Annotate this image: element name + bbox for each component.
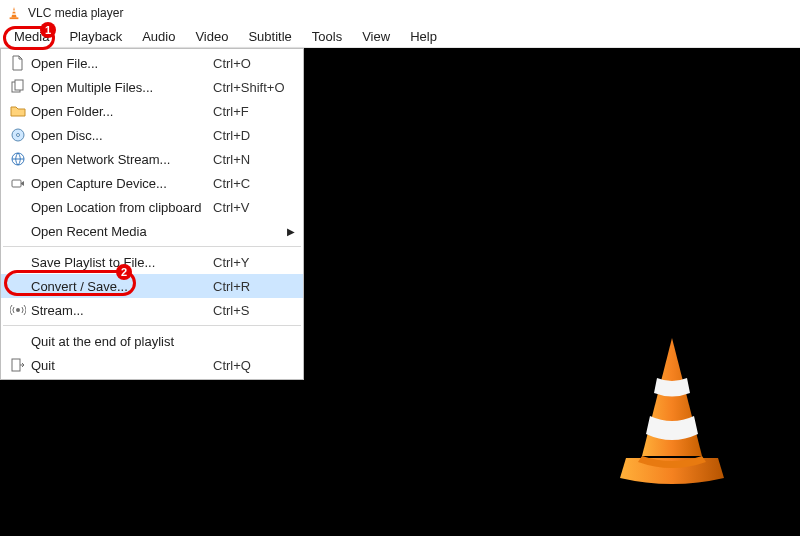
menu-separator xyxy=(3,325,301,326)
menu-view[interactable]: View xyxy=(352,27,400,46)
files-icon xyxy=(7,79,29,95)
menu-item-open-multiple-files[interactable]: Open Multiple Files...Ctrl+Shift+O xyxy=(1,75,303,99)
menu-tools[interactable]: Tools xyxy=(302,27,352,46)
menu-item-label: Open Network Stream... xyxy=(29,152,213,167)
menu-item-open-disc[interactable]: Open Disc...Ctrl+D xyxy=(1,123,303,147)
submenu-arrow-icon: ▶ xyxy=(287,226,295,237)
menu-item-shortcut: Ctrl+F xyxy=(213,104,295,119)
svg-rect-3 xyxy=(10,17,19,19)
svg-rect-1 xyxy=(12,10,16,11)
titlebar: VLC media player xyxy=(0,0,800,26)
capture-icon xyxy=(7,175,29,191)
svg-rect-2 xyxy=(12,13,16,14)
menu-item-convert-save[interactable]: Convert / Save...Ctrl+R xyxy=(1,274,303,298)
menu-help[interactable]: Help xyxy=(400,27,447,46)
window-title: VLC media player xyxy=(28,6,123,20)
menu-item-shortcut: Ctrl+S xyxy=(213,303,295,318)
menu-item-label: Stream... xyxy=(29,303,213,318)
menu-item-shortcut: Ctrl+Q xyxy=(213,358,295,373)
menu-item-open-recent-media[interactable]: Open Recent Media▶ xyxy=(1,219,303,243)
menu-item-label: Open Location from clipboard xyxy=(29,200,213,215)
menu-item-shortcut: Ctrl+O xyxy=(213,56,295,71)
menu-item-shortcut: Ctrl+Shift+O xyxy=(213,80,295,95)
menu-item-label: Open Folder... xyxy=(29,104,213,119)
file-icon xyxy=(7,55,29,71)
stream-icon xyxy=(7,302,29,318)
menubar: Media Playback Audio Video Subtitle Tool… xyxy=(0,26,800,48)
menu-media[interactable]: Media xyxy=(4,27,59,46)
vlc-window: VLC media player Media Playback Audio Vi… xyxy=(0,0,800,536)
menu-playback[interactable]: Playback xyxy=(59,27,132,46)
menu-item-shortcut: Ctrl+V xyxy=(213,200,295,215)
menu-item-label: Open File... xyxy=(29,56,213,71)
menu-item-label: Open Multiple Files... xyxy=(29,80,213,95)
menu-item-shortcut: Ctrl+N xyxy=(213,152,295,167)
folder-icon xyxy=(7,103,29,119)
menu-item-save-playlist-to-file[interactable]: Save Playlist to File...Ctrl+Y xyxy=(1,250,303,274)
menu-item-label: Quit xyxy=(29,358,213,373)
disc-icon xyxy=(7,127,29,143)
menu-item-label: Open Recent Media xyxy=(29,224,213,239)
menu-item-shortcut: Ctrl+Y xyxy=(213,255,295,270)
svg-marker-0 xyxy=(11,7,16,18)
media-dropdown-menu: Open File...Ctrl+OOpen Multiple Files...… xyxy=(0,48,304,380)
menu-item-shortcut: Ctrl+D xyxy=(213,128,295,143)
menu-video[interactable]: Video xyxy=(185,27,238,46)
menu-item-open-network-stream[interactable]: Open Network Stream...Ctrl+N xyxy=(1,147,303,171)
menu-item-open-location-from-clipboard[interactable]: Open Location from clipboardCtrl+V xyxy=(1,195,303,219)
menu-item-label: Save Playlist to File... xyxy=(29,255,213,270)
menu-item-open-file[interactable]: Open File...Ctrl+O xyxy=(1,51,303,75)
menu-separator xyxy=(3,246,301,247)
menu-item-shortcut: Ctrl+C xyxy=(213,176,295,191)
menu-item-quit-at-the-end-of-playlist[interactable]: Quit at the end of playlist xyxy=(1,329,303,353)
svg-point-8 xyxy=(17,134,20,137)
quit-icon xyxy=(7,357,29,373)
menu-item-quit[interactable]: QuitCtrl+Q xyxy=(1,353,303,377)
menu-item-open-capture-device[interactable]: Open Capture Device...Ctrl+C xyxy=(1,171,303,195)
vlc-cone-logo-icon xyxy=(612,338,732,492)
menu-subtitle[interactable]: Subtitle xyxy=(238,27,301,46)
menu-item-label: Open Disc... xyxy=(29,128,213,143)
svg-point-11 xyxy=(16,308,20,312)
svg-rect-6 xyxy=(15,80,23,90)
menu-item-stream[interactable]: Stream...Ctrl+S xyxy=(1,298,303,322)
menu-item-open-folder[interactable]: Open Folder...Ctrl+F xyxy=(1,99,303,123)
menu-item-label: Quit at the end of playlist xyxy=(29,334,213,349)
menu-item-label: Convert / Save... xyxy=(29,279,213,294)
menu-audio[interactable]: Audio xyxy=(132,27,185,46)
svg-rect-10 xyxy=(12,180,21,187)
vlc-cone-icon xyxy=(6,5,22,21)
menu-item-shortcut: Ctrl+R xyxy=(213,279,295,294)
network-icon xyxy=(7,151,29,167)
svg-rect-12 xyxy=(12,359,20,371)
menu-item-label: Open Capture Device... xyxy=(29,176,213,191)
